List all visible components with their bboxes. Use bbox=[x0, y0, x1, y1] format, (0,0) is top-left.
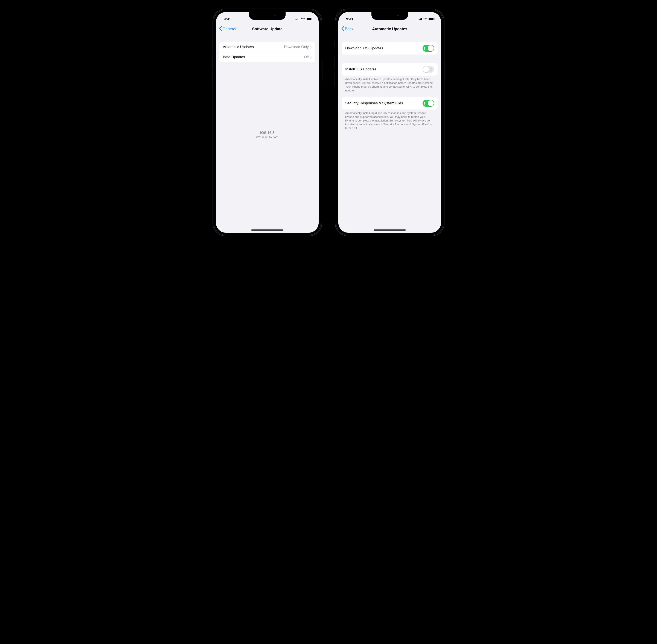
chevron-right-icon bbox=[310, 55, 312, 59]
power-button[interactable] bbox=[322, 60, 323, 80]
back-label: Back bbox=[345, 27, 354, 31]
svg-rect-12 bbox=[429, 18, 433, 20]
svg-rect-9 bbox=[420, 19, 421, 20]
svg-rect-3 bbox=[299, 18, 299, 20]
install-footer-text: Automatically install software updates o… bbox=[342, 75, 437, 92]
row-automatic-updates[interactable]: Automatic Updates Download Only bbox=[220, 42, 315, 52]
svg-rect-8 bbox=[419, 19, 420, 21]
row-label: Download iOS Updates bbox=[345, 46, 383, 50]
screen-right: 9:41 Back Automatic Updates bbox=[338, 12, 441, 233]
group-install: Install iOS Updates bbox=[342, 63, 437, 75]
row-security-responses: Security Responses & System Files bbox=[342, 97, 437, 110]
group-security: Security Responses & System Files bbox=[342, 97, 437, 110]
battery-icon bbox=[429, 17, 435, 21]
chevron-left-icon bbox=[219, 26, 222, 32]
svg-rect-6 bbox=[312, 19, 312, 20]
row-install-ios-updates: Install iOS Updates bbox=[342, 63, 437, 75]
row-right: Off bbox=[304, 55, 312, 59]
cellular-icon bbox=[418, 17, 422, 21]
nav-bar-right: Back Automatic Updates bbox=[338, 24, 441, 34]
cellular-icon bbox=[295, 17, 300, 21]
chevron-left-icon bbox=[341, 26, 344, 32]
security-footer-text: Automatically install rapid security res… bbox=[342, 110, 437, 130]
toggle-download-ios-updates[interactable] bbox=[423, 45, 434, 52]
status-right bbox=[295, 17, 312, 21]
back-button[interactable]: General bbox=[218, 25, 237, 33]
status-time: 9:41 bbox=[346, 17, 354, 21]
row-label: Automatic Updates bbox=[223, 45, 254, 49]
row-right: Download Only bbox=[284, 45, 312, 49]
row-beta-updates[interactable]: Beta Updates Off bbox=[220, 52, 315, 62]
notch bbox=[371, 12, 408, 20]
mute-switch[interactable] bbox=[212, 41, 212, 47]
screen-left: 9:41 General Software Update bbox=[216, 12, 319, 233]
row-label: Install iOS Updates bbox=[345, 67, 377, 71]
home-indicator[interactable] bbox=[251, 229, 284, 231]
svg-rect-2 bbox=[298, 19, 298, 20]
home-indicator[interactable] bbox=[373, 229, 406, 231]
toggle-install-ios-updates[interactable] bbox=[423, 66, 434, 73]
settings-content-left: Automatic Updates Download Only Beta Upd… bbox=[216, 34, 319, 233]
svg-rect-13 bbox=[434, 19, 435, 20]
volume-down-button[interactable] bbox=[334, 73, 335, 86]
power-button[interactable] bbox=[445, 60, 445, 80]
svg-rect-7 bbox=[418, 20, 418, 20]
svg-rect-0 bbox=[295, 20, 296, 20]
status-right bbox=[418, 17, 435, 21]
version-info: iOS 16.5 iOS is up to date bbox=[220, 131, 315, 139]
row-value: Download Only bbox=[284, 45, 309, 49]
status-time: 9:41 bbox=[224, 17, 231, 21]
ios-version: iOS 16.5 bbox=[220, 131, 315, 135]
phone-right: 9:41 Back Automatic Updates bbox=[335, 8, 445, 236]
volume-up-button[interactable] bbox=[334, 56, 335, 69]
row-label: Beta Updates bbox=[223, 55, 245, 59]
row-download-ios-updates: Download iOS Updates bbox=[342, 42, 437, 54]
row-value: Off bbox=[304, 55, 309, 59]
nav-bar-left: General Software Update bbox=[216, 24, 319, 34]
chevron-right-icon bbox=[310, 46, 312, 48]
back-button[interactable]: Back bbox=[341, 25, 354, 33]
group-download: Download iOS Updates bbox=[342, 42, 437, 54]
wifi-icon bbox=[301, 17, 305, 21]
svg-rect-10 bbox=[421, 18, 422, 20]
mute-switch[interactable] bbox=[334, 41, 335, 47]
battery-icon bbox=[306, 17, 312, 21]
toggle-security-responses[interactable] bbox=[423, 100, 434, 107]
volume-up-button[interactable] bbox=[212, 56, 212, 69]
settings-content-right: Download iOS Updates Install iOS Updates… bbox=[338, 34, 441, 233]
settings-group-updates: Automatic Updates Download Only Beta Upd… bbox=[220, 42, 315, 62]
back-label: General bbox=[222, 27, 236, 31]
phone-left: 9:41 General Software Update bbox=[212, 8, 322, 236]
row-label: Security Responses & System Files bbox=[345, 101, 403, 106]
svg-rect-1 bbox=[296, 19, 297, 21]
update-status: iOS is up to date bbox=[220, 135, 315, 139]
svg-rect-5 bbox=[307, 18, 311, 20]
volume-down-button[interactable] bbox=[212, 73, 212, 86]
notch bbox=[249, 12, 286, 20]
wifi-icon bbox=[424, 17, 427, 21]
